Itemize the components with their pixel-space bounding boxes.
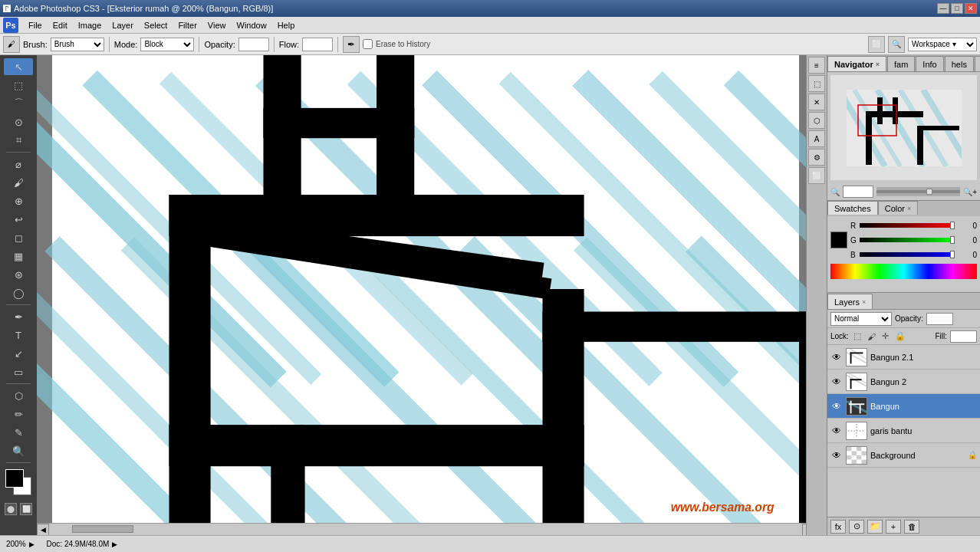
tab-navigator[interactable]: Navigator ×	[827, 56, 886, 71]
layer-item-bangun2[interactable]: 👁 Bangun 2	[827, 370, 980, 394]
canvas-container[interactable]: www.bersama.org	[37, 55, 814, 523]
layer-visibility-bangun[interactable]: 👁	[830, 400, 843, 412]
foreground-swatch[interactable]	[830, 232, 847, 248]
brush-tool[interactable]: 🖌	[4, 174, 33, 191]
menu-window[interactable]: Window	[232, 19, 272, 31]
menu-image[interactable]: Image	[73, 19, 107, 31]
menu-select[interactable]: Select	[139, 19, 173, 31]
crop-tool[interactable]: ⌗	[4, 132, 33, 149]
airbrush-icon[interactable]: ✒	[343, 36, 360, 53]
gradient-tool[interactable]: ▦	[4, 248, 33, 264]
lock-all-btn[interactable]: 🔒	[893, 331, 907, 341]
panel-btn-3[interactable]: ✕	[808, 94, 825, 110]
zoom-arrow[interactable]: ▶	[29, 540, 35, 548]
zoom-slider[interactable]	[876, 187, 960, 196]
tab-hels[interactable]: hels	[945, 56, 974, 71]
layer-visibility-bangun2[interactable]: 👁	[830, 376, 843, 388]
zoom-input[interactable]: 200%	[843, 186, 873, 198]
color-spectrum[interactable]	[830, 264, 977, 279]
tab-fam[interactable]: fam	[887, 56, 915, 71]
brush-dropdown[interactable]: Brush	[51, 38, 104, 51]
title-bar-right[interactable]: — □ ✕	[937, 3, 977, 14]
blur-tool[interactable]: ⊛	[4, 266, 33, 283]
layer-item-bangun[interactable]: 👁 Bangun	[827, 394, 980, 419]
layer-item-garis[interactable]: 👁 garis bantu	[827, 419, 980, 443]
add-style-button[interactable]: fx	[830, 520, 846, 534]
tool-icon-2[interactable]: 🔍	[888, 36, 905, 53]
g-slider[interactable]	[860, 236, 955, 244]
pen-tool[interactable]: ✒	[4, 308, 33, 325]
layer-item-background[interactable]: 👁	[827, 443, 980, 468]
eraser-tool[interactable]: ◻	[4, 229, 33, 246]
brush-icon[interactable]: 🖌	[3, 36, 20, 53]
tab-layers[interactable]: Layers ×	[827, 294, 873, 309]
panel-btn-7[interactable]: ⬜	[808, 167, 825, 184]
delete-layer-button[interactable]: 🗑	[904, 520, 919, 534]
lock-paint-btn[interactable]: 🖌	[866, 332, 877, 341]
color-selector[interactable]	[4, 469, 33, 498]
panel-btn-2[interactable]: ⬚	[808, 75, 825, 92]
doc-info-arrow[interactable]: ▶	[112, 540, 117, 548]
screen-mode-btn[interactable]: ⬜	[20, 503, 32, 515]
fill-input[interactable]: 100%	[950, 330, 977, 343]
menu-layer[interactable]: Layer	[107, 19, 139, 31]
zoom-tool[interactable]: 🔍	[4, 442, 33, 459]
layers-close[interactable]: ×	[862, 298, 866, 306]
menu-file[interactable]: File	[23, 19, 48, 31]
menu-help[interactable]: Help	[272, 19, 301, 31]
panel-btn-5[interactable]: A	[808, 130, 825, 147]
healing-tool[interactable]: ⌀	[4, 156, 33, 172]
horizontal-scroll-thumb[interactable]	[72, 525, 133, 533]
r-thumb[interactable]	[950, 222, 955, 229]
lock-transparency-btn[interactable]: ⬚	[852, 331, 863, 341]
menu-view[interactable]: View	[202, 19, 232, 31]
zoom-slider-thumb[interactable]	[926, 189, 932, 195]
path-select-tool[interactable]: ↙	[4, 345, 33, 362]
b-slider[interactable]	[860, 251, 955, 258]
add-mask-button[interactable]: ⊙	[849, 520, 864, 534]
tab-iths[interactable]: iths	[975, 56, 980, 71]
opacity-input[interactable]	[238, 38, 269, 51]
history-tool[interactable]: ↩	[4, 211, 33, 228]
mode-dropdown[interactable]: Block	[140, 38, 194, 51]
foreground-color-box[interactable]	[5, 469, 24, 488]
3d-tool[interactable]: ⬡	[4, 387, 33, 404]
horizontal-scrollbar[interactable]: ◀ ▶	[37, 523, 814, 535]
scroll-left-button[interactable]: ◀	[37, 524, 49, 536]
tab-color[interactable]: Color ×	[878, 201, 919, 215]
maximize-button[interactable]: □	[951, 3, 963, 14]
dodge-tool[interactable]: ◯	[4, 284, 33, 301]
lasso-tool[interactable]: ⌒	[4, 95, 33, 112]
quick-select-tool[interactable]: ⊙	[4, 113, 33, 130]
r-slider[interactable]	[860, 222, 955, 229]
tool-icon-1[interactable]: ⬜	[868, 36, 885, 53]
opacity-input[interactable]: 100%	[926, 313, 953, 325]
panel-btn-6[interactable]: ⚙	[808, 149, 825, 166]
panel-btn-4[interactable]: ⬡	[808, 112, 825, 129]
layer-visibility-bangun21[interactable]: 👁	[830, 351, 843, 363]
minimize-button[interactable]: —	[937, 3, 949, 14]
tab-swatches[interactable]: Swatches	[827, 201, 878, 215]
zoom-out-icon[interactable]: 🔍	[830, 188, 840, 196]
g-thumb[interactable]	[950, 236, 955, 244]
clone-tool[interactable]: ⊕	[4, 192, 33, 209]
workspace-dropdown[interactable]: Workspace ▾	[908, 38, 977, 51]
blend-mode-dropdown[interactable]: Normal	[830, 312, 892, 326]
move-tool[interactable]: ↖	[4, 58, 33, 75]
shape-tool[interactable]: ▭	[4, 363, 33, 380]
navigator-close[interactable]: ×	[876, 61, 880, 68]
marquee-tool[interactable]: ⬚	[4, 77, 33, 94]
layer-item-bangun21[interactable]: 👁 Bangun 2.1	[827, 345, 980, 370]
close-button[interactable]: ✕	[965, 3, 977, 14]
new-group-button[interactable]: 📁	[867, 520, 883, 534]
layer-visibility-garis[interactable]: 👁	[830, 425, 843, 437]
new-layer-button[interactable]: +	[886, 520, 901, 534]
notes-tool[interactable]: ✎	[4, 424, 33, 441]
quick-mask-btn[interactable]: ⬤	[5, 503, 17, 515]
tab-info[interactable]: Info	[916, 56, 943, 71]
flow-input[interactable]	[302, 38, 333, 51]
b-thumb[interactable]	[950, 251, 955, 258]
menu-filter[interactable]: Filter	[173, 19, 202, 31]
layer-visibility-background[interactable]: 👁	[830, 449, 843, 462]
color-close[interactable]: ×	[907, 205, 911, 212]
